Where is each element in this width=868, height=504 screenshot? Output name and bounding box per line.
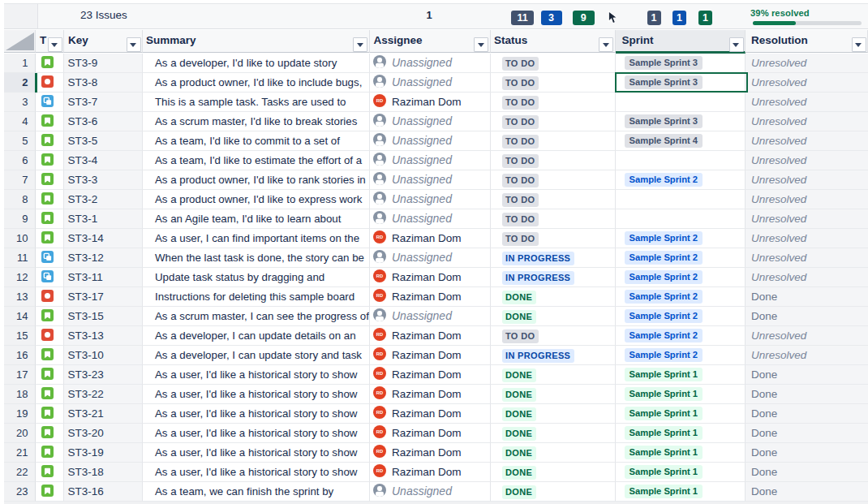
svg-text:RD: RD xyxy=(376,293,383,298)
svg-text:RD: RD xyxy=(376,468,383,473)
svg-text:RD: RD xyxy=(376,332,383,337)
svg-text:RD: RD xyxy=(376,390,383,395)
svg-text:RD: RD xyxy=(376,351,383,356)
svg-text:RD: RD xyxy=(376,274,383,278)
svg-text:RD: RD xyxy=(376,235,383,239)
svg-text:RD: RD xyxy=(376,98,383,103)
svg-text:RD: RD xyxy=(376,410,383,415)
svg-text:RD: RD xyxy=(376,429,383,434)
svg-text:RD: RD xyxy=(376,449,383,454)
svg-text:RD: RD xyxy=(376,371,383,376)
